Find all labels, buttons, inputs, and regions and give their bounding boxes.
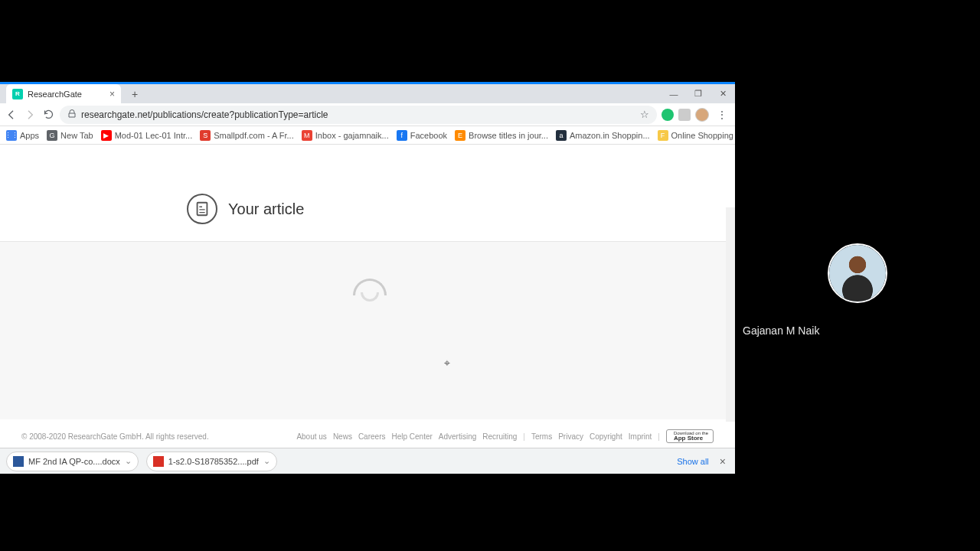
cursor-icon: ⌖	[444, 357, 450, 370]
lock-icon	[67, 109, 77, 120]
bookmark-favicon: ▶	[101, 130, 112, 141]
close-downloads-bar-button[interactable]: ×	[717, 455, 729, 468]
bookmark-label: Online Shopping Si...	[671, 131, 735, 140]
window-controls: — ❐ ✕	[662, 84, 735, 103]
bookmark-label: Facebook	[410, 131, 447, 140]
bookmark-item[interactable]: SSmallpdf.com - A Fr...	[200, 130, 294, 141]
footer-link[interactable]: Careers	[358, 432, 386, 441]
page-title: Your article	[228, 201, 304, 218]
reload-button[interactable]	[41, 108, 55, 122]
bookmark-favicon: ⋮⋮	[6, 130, 17, 141]
participant-avatar	[828, 243, 887, 303]
forward-button[interactable]	[23, 108, 37, 122]
loading-area: ⌖	[0, 242, 735, 419]
footer-link[interactable]: Help Center	[391, 432, 432, 441]
bookmark-label: Mod-01 Lec-01 Intr...	[115, 131, 193, 140]
bookmark-item[interactable]: FOnline Shopping Si...	[658, 130, 735, 141]
appstore-badge[interactable]: Download on theApp Store	[666, 429, 714, 443]
tab-strip: R ResearchGate × + — ❐ ✕	[0, 82, 735, 103]
downloads-bar: MF 2nd IA QP-co....docx⌄1-s2.0-S18785352…	[0, 448, 735, 474]
footer-link[interactable]: About us	[296, 432, 326, 441]
bookmark-favicon: G	[47, 130, 57, 141]
bookmark-item[interactable]: EBrowse titles in jour...	[455, 130, 548, 141]
extension-icon[interactable]	[662, 109, 674, 121]
chrome-menu-button[interactable]: ⋮	[714, 109, 730, 121]
new-tab-button[interactable]: +	[126, 85, 144, 103]
copyright-text: © 2008-2020 ResearchGate GmbH. All right…	[21, 432, 296, 441]
download-filename: 1-s2.0-S18785352....pdf	[168, 457, 259, 466]
browser-tab[interactable]: R ResearchGate ×	[6, 84, 121, 103]
footer-link[interactable]: Terms	[531, 432, 552, 441]
download-filename: MF 2nd IA QP-co....docx	[28, 457, 120, 466]
tab-title: ResearchGate	[28, 90, 105, 99]
bookmark-star-icon[interactable]: ☆	[640, 109, 649, 120]
bookmark-favicon: M	[302, 130, 312, 141]
address-bar: researchgate.net/publications/create?pub…	[0, 103, 735, 126]
maximize-button[interactable]: ❐	[686, 84, 710, 103]
bookmark-favicon: a	[556, 130, 567, 141]
video-participant-panel: Gajanan M Naik	[735, 205, 980, 346]
bookmark-label: New Tab	[60, 131, 93, 140]
bookmark-label: Apps	[20, 131, 39, 140]
docx-file-icon	[13, 456, 24, 467]
download-item[interactable]: 1-s2.0-S18785352....pdf⌄	[146, 452, 277, 471]
svg-rect-0	[198, 203, 207, 216]
extension-icon-2[interactable]	[678, 109, 691, 121]
bookmark-label: Inbox - gajamnaik...	[315, 131, 389, 140]
page-content: RG Your article ⌖ © 2008-2020 ResearchGa…	[0, 145, 735, 448]
bookmark-label: Browse titles in jour...	[469, 131, 548, 140]
page-body: Your article ⌖ © 2008-2020 ResearchGate …	[0, 145, 735, 448]
url-text: researchgate.net/publications/create?pub…	[81, 109, 635, 120]
footer-link[interactable]: News	[333, 432, 352, 441]
separator: |	[658, 432, 660, 441]
loading-spinner-icon	[353, 279, 382, 308]
article-header: Your article	[0, 175, 735, 242]
back-button[interactable]	[5, 108, 18, 122]
scrollbar[interactable]	[726, 207, 735, 422]
bookmark-item[interactable]: ▶Mod-01 Lec-01 Intr...	[101, 130, 193, 141]
chevron-down-icon[interactable]: ⌄	[263, 456, 270, 466]
bookmarks-bar: ⋮⋮AppsGNew Tab▶Mod-01 Lec-01 Intr...SSma…	[0, 126, 735, 145]
bookmark-favicon: S	[200, 130, 211, 141]
url-box[interactable]: researchgate.net/publications/create?pub…	[60, 106, 657, 124]
pdf-file-icon	[153, 456, 164, 467]
favicon-researchgate: R	[12, 89, 23, 99]
bookmark-item[interactable]: aAmazon.in Shoppin...	[556, 130, 650, 141]
bookmark-item[interactable]: fFacebook	[397, 130, 447, 141]
download-item[interactable]: MF 2nd IA QP-co....docx⌄	[6, 452, 139, 471]
article-icon	[187, 194, 217, 224]
bookmark-label: Smallpdf.com - A Fr...	[214, 131, 294, 140]
bookmark-favicon: f	[397, 130, 407, 141]
chevron-down-icon[interactable]: ⌄	[125, 456, 132, 466]
profile-avatar-icon[interactable]	[695, 108, 709, 122]
page-footer: © 2008-2020 ResearchGate GmbH. All right…	[0, 425, 735, 448]
footer-link[interactable]: Privacy	[558, 432, 583, 441]
avatar-image	[829, 245, 886, 302]
footer-link[interactable]: Recruiting	[482, 432, 517, 441]
footer-link[interactable]: Copyright	[590, 432, 622, 441]
minimize-button[interactable]: —	[662, 84, 686, 103]
bookmark-item[interactable]: GNew Tab	[47, 130, 93, 141]
close-window-button[interactable]: ✕	[710, 84, 735, 103]
footer-links: About usNewsCareersHelp CenterAdvertisin…	[296, 429, 714, 443]
show-all-downloads-button[interactable]: Show all	[677, 457, 709, 466]
footer-link[interactable]: Imprint	[629, 432, 652, 441]
browser-window: R ResearchGate × + — ❐ ✕ researchgate.ne…	[0, 82, 735, 474]
participant-name: Gajanan M Naik	[743, 324, 819, 337]
bookmark-item[interactable]: ⋮⋮Apps	[6, 130, 39, 141]
close-tab-icon[interactable]: ×	[109, 89, 115, 99]
separator: |	[523, 432, 525, 441]
bookmark-favicon: F	[658, 130, 668, 141]
footer-link[interactable]: Advertising	[439, 432, 476, 441]
bookmark-favicon: E	[455, 130, 466, 141]
bookmark-item[interactable]: MInbox - gajamnaik...	[302, 130, 389, 141]
bookmark-label: Amazon.in Shoppin...	[570, 131, 650, 140]
